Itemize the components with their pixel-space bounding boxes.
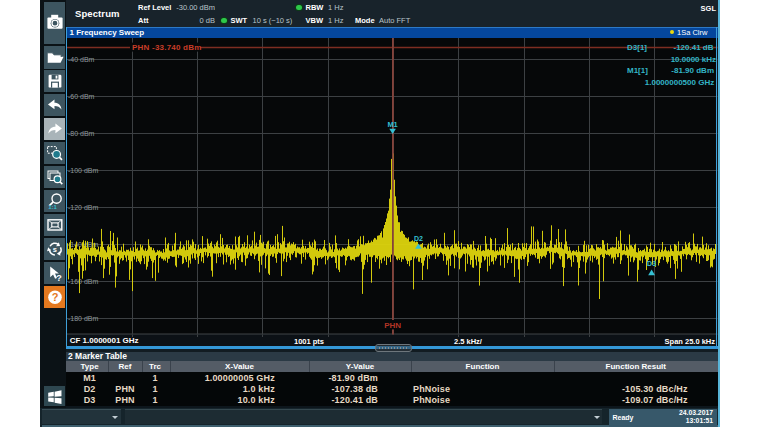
svg-text:1:1: 1:1 bbox=[48, 204, 57, 210]
svg-text:-160 dBm: -160 dBm bbox=[68, 278, 99, 285]
svg-text:D3[1]: D3[1] bbox=[627, 43, 647, 52]
svg-text:s: s bbox=[52, 245, 56, 254]
svg-text:-180 dBm: -180 dBm bbox=[68, 315, 99, 322]
svg-text:10.0000 kHz: 10.0000 kHz bbox=[671, 55, 716, 64]
svg-text:M1: M1 bbox=[387, 120, 397, 129]
svg-text:-100 dBm: -100 dBm bbox=[68, 167, 99, 174]
svg-text:M1[1]: M1[1] bbox=[627, 66, 648, 75]
svg-text:1.0000000500 GHz: 1.0000000500 GHz bbox=[645, 78, 714, 87]
svg-text:D3: D3 bbox=[647, 260, 656, 267]
svg-text:-81.90 dBm: -81.90 dBm bbox=[671, 66, 714, 75]
svg-text:?: ? bbox=[56, 273, 62, 283]
svg-text:PHN -33.740 dBm: PHN -33.740 dBm bbox=[132, 43, 202, 52]
svg-text:PHN: PHN bbox=[384, 321, 401, 330]
svg-text:-80 dBm: -80 dBm bbox=[68, 130, 95, 137]
svg-text:?: ? bbox=[51, 291, 58, 303]
svg-text:D2: D2 bbox=[414, 235, 423, 242]
svg-text:-40 dBm: -40 dBm bbox=[68, 56, 95, 63]
svg-text:-120.41 dB: -120.41 dB bbox=[673, 43, 713, 52]
svg-text:-120 dBm: -120 dBm bbox=[68, 204, 99, 211]
svg-text:-60 dBm: -60 dBm bbox=[68, 93, 95, 100]
